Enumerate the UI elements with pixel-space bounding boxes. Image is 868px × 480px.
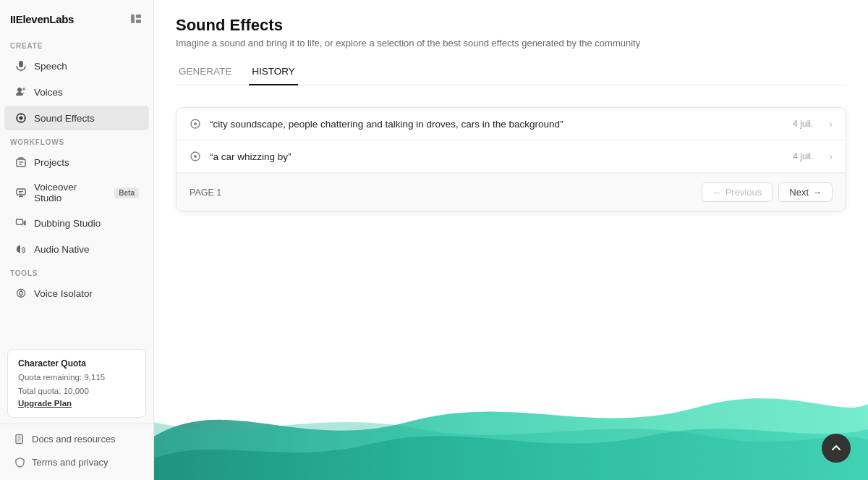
sidebar-item-voice-isolator[interactable]: Voice Isolator [4,281,149,306]
voiceover-studio-label: Voiceover Studio [34,182,105,203]
svg-point-6 [22,88,25,90]
beta-badge: Beta [114,188,139,198]
tab-history[interactable]: HISTORY [249,60,298,85]
history-text-1: “city soundscape, people chattering and … [210,119,784,130]
main-header: Sound Effects Imagine a sound and bring … [154,0,868,85]
sound-effects-icon [14,111,27,125]
next-label: Next [789,187,809,198]
svg-point-8 [20,117,23,120]
next-button[interactable]: Next → [778,182,833,202]
voiceover-studio-icon [14,186,27,199]
previous-button[interactable]: ← Previous [702,182,773,202]
projects-label: Projects [34,157,69,168]
sidebar-item-terms[interactable]: Terms and privacy [4,451,149,473]
history-date-2: 4 juil. [793,151,813,161]
prev-label: Previous [726,187,762,198]
voices-icon [14,85,27,98]
sidebar-item-projects[interactable]: Projects [4,150,149,174]
page-subtitle: Imagine a sound and bring it to life, or… [176,38,846,49]
logo-text: IIElevenLabs [10,13,74,25]
sidebar-item-voices[interactable]: Voices [4,80,149,104]
dubbing-studio-label: Dubbing Studio [34,218,101,229]
main-content: Sound Effects Imagine a sound and bring … [154,0,868,480]
sound-icon-2 [190,151,201,162]
mic-icon [14,59,27,72]
sidebar-item-docs[interactable]: Docs and resources [4,428,149,450]
tools-section-label: TOOLS [0,262,153,280]
logo-area: IIElevenLabs [0,0,153,35]
sidebar-item-sound-effects[interactable]: Sound Effects [4,106,149,130]
sidebar-item-speech[interactable]: Speech [4,54,149,78]
quota-total: Total quota: 10,000 [18,384,135,397]
sidebar-toggle-button[interactable] [129,12,143,26]
svg-rect-0 [131,14,135,23]
audio-native-icon [14,243,27,256]
pagination-row: PAGE 1 ← Previous Next → [176,173,846,211]
svg-rect-9 [17,159,25,167]
book-icon [14,434,25,445]
svg-point-5 [17,88,22,92]
chevron-up-icon [830,442,843,455]
projects-icon [14,156,27,169]
shield-icon [14,457,25,468]
svg-point-19 [20,292,23,295]
svg-rect-3 [19,61,23,67]
next-arrow-icon: → [812,187,822,198]
speech-label: Speech [34,61,67,72]
prev-arrow-icon: ← [712,187,722,198]
workflows-section-label: WORKFLOWS [0,131,153,149]
svg-rect-17 [17,219,23,224]
sidebar-item-dubbing-studio[interactable]: Dubbing Studio [4,211,149,235]
terms-label: Terms and privacy [32,457,108,468]
history-panel: “city soundscape, people chattering and … [176,107,846,211]
dubbing-studio-icon [14,216,27,230]
voice-isolator-label: Voice Isolator [34,288,93,299]
tab-generate[interactable]: GENERATE [176,60,234,85]
voices-label: Voices [34,87,63,98]
create-section-label: CREATE [0,35,153,53]
sidebar-bottom: Docs and resources Terms and privacy [0,424,153,480]
svg-point-29 [194,155,197,158]
history-arrow-1: › [829,118,833,130]
sound-effects-label: Sound Effects [34,113,95,124]
svg-rect-2 [136,20,141,23]
history-text-2: “a car whizzing by” [210,151,784,162]
quota-remaining: Quota remaining: 9,115 [18,371,135,384]
page-label: PAGE 1 [190,188,221,198]
layout-icon [130,13,142,25]
main-body: “city soundscape, people chattering and … [154,85,868,480]
history-item[interactable]: “city soundscape, people chattering and … [176,108,846,140]
voice-isolator-icon [14,287,27,300]
svg-point-27 [194,122,197,125]
upgrade-plan-link[interactable]: Upgrade Plan [18,399,72,408]
audio-native-label: Audio Native [34,244,90,255]
svg-rect-1 [136,14,141,18]
pagination-buttons: ← Previous Next → [702,182,833,202]
history-arrow-2: › [829,151,833,162]
sidebar-item-audio-native[interactable]: Audio Native [4,237,149,261]
history-item[interactable]: “a car whizzing by” 4 juil. › [176,140,846,173]
docs-label: Docs and resources [32,434,116,445]
sidebar-item-voiceover-studio[interactable]: Voiceover Studio Beta [4,176,149,209]
scroll-to-top-button[interactable] [822,434,851,463]
history-date-1: 4 juil. [793,119,813,129]
sidebar: IIElevenLabs CREATE Speech [0,0,154,480]
page-title: Sound Effects [176,16,846,35]
sound-icon-1 [190,118,201,130]
wave-background [154,292,868,480]
tabs: GENERATE HISTORY [176,60,846,85]
quota-box: Character Quota Quota remaining: 9,115 T… [7,349,146,418]
quota-title: Character Quota [18,358,135,369]
